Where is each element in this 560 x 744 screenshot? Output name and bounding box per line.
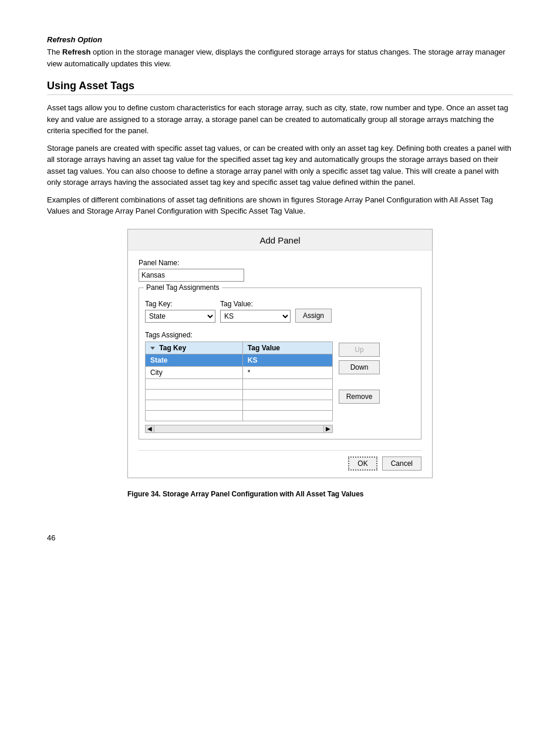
remove-button[interactable]: Remove bbox=[339, 390, 380, 404]
cancel-button[interactable]: Cancel bbox=[382, 456, 421, 471]
figure-caption-text: Figure 34. Storage Array Panel Configura… bbox=[127, 490, 364, 498]
tag-value-select[interactable]: KS MO OK bbox=[220, 310, 291, 323]
refresh-option-text: The Refresh option in the storage manage… bbox=[47, 46, 513, 69]
row2-key: City bbox=[146, 366, 243, 378]
col-tag-value-label: Tag Value bbox=[248, 344, 280, 352]
panel-tag-assignments-legend: Panel Tag Assignments bbox=[144, 283, 222, 292]
ok-button[interactable]: OK bbox=[348, 456, 377, 471]
table-row-empty bbox=[146, 400, 333, 410]
figure-caption: Figure 34. Storage Array Panel Configura… bbox=[127, 490, 433, 498]
sort-icon bbox=[150, 347, 155, 350]
section-title: Using Asset Tags bbox=[47, 80, 513, 95]
dialog-body: Panel Name: Panel Tag Assignments Tag Ke… bbox=[128, 251, 432, 478]
section-para3: Examples of different combinations of as… bbox=[47, 194, 513, 217]
horizontal-scrollbar[interactable]: ◀ ▶ bbox=[145, 425, 333, 433]
tag-key-column: Tag Key: State City Row Type bbox=[145, 300, 215, 323]
page-number: 46 bbox=[47, 533, 513, 542]
panel-name-input[interactable] bbox=[139, 269, 244, 282]
down-button[interactable]: Down bbox=[339, 360, 380, 374]
table-row-empty bbox=[146, 389, 333, 400]
row1-key: State bbox=[146, 354, 243, 366]
refresh-option-heading: Refresh Option bbox=[47, 35, 513, 44]
scroll-right-arrow[interactable]: ▶ bbox=[323, 425, 333, 433]
tags-table-column: Tag Key Tag Value State KS bbox=[145, 341, 333, 433]
table-row[interactable]: City * bbox=[146, 366, 333, 378]
add-panel-dialog: Add Panel Panel Name: Panel Tag Assignme… bbox=[127, 229, 433, 478]
col-tag-key-header: Tag Key bbox=[146, 341, 243, 354]
section-para1: Asset tags allow you to define custom ch… bbox=[47, 102, 513, 137]
tags-assigned-table: Tag Key Tag Value State KS bbox=[145, 341, 333, 421]
up-button[interactable]: Up bbox=[339, 343, 380, 357]
tag-value-column: Tag Value: KS MO OK bbox=[220, 300, 291, 323]
tag-key-select[interactable]: State City Row Type bbox=[145, 310, 215, 323]
panel-tag-assignments-group: Panel Tag Assignments Tag Key: State Cit… bbox=[139, 288, 421, 439]
section-para2: Storage panels are created with specific… bbox=[47, 143, 513, 188]
side-buttons: Up Down Remove bbox=[339, 341, 380, 404]
row1-value: KS bbox=[242, 354, 332, 366]
scroll-left-arrow[interactable]: ◀ bbox=[145, 425, 154, 433]
tag-key-label: Tag Key: bbox=[145, 300, 215, 308]
dialog-footer: OK Cancel bbox=[139, 450, 421, 471]
tags-assigned-label: Tags Assigned: bbox=[145, 331, 415, 339]
scroll-track[interactable] bbox=[154, 425, 323, 433]
table-row-empty bbox=[146, 378, 333, 389]
table-row[interactable]: State KS bbox=[146, 354, 333, 366]
tags-table-wrapper: Tag Key Tag Value State KS bbox=[145, 341, 415, 433]
col-tag-value-header: Tag Value bbox=[242, 341, 332, 354]
tag-assignment-row: Tag Key: State City Row Type Tag Value: … bbox=[145, 300, 415, 323]
panel-name-label: Panel Name: bbox=[139, 259, 421, 267]
tag-value-label: Tag Value: bbox=[220, 300, 291, 308]
table-row-empty bbox=[146, 410, 333, 421]
row2-value: * bbox=[242, 366, 332, 378]
assign-button[interactable]: Assign bbox=[295, 309, 332, 323]
dialog-title: Add Panel bbox=[128, 229, 432, 251]
col-tag-key-label: Tag Key bbox=[159, 344, 186, 352]
